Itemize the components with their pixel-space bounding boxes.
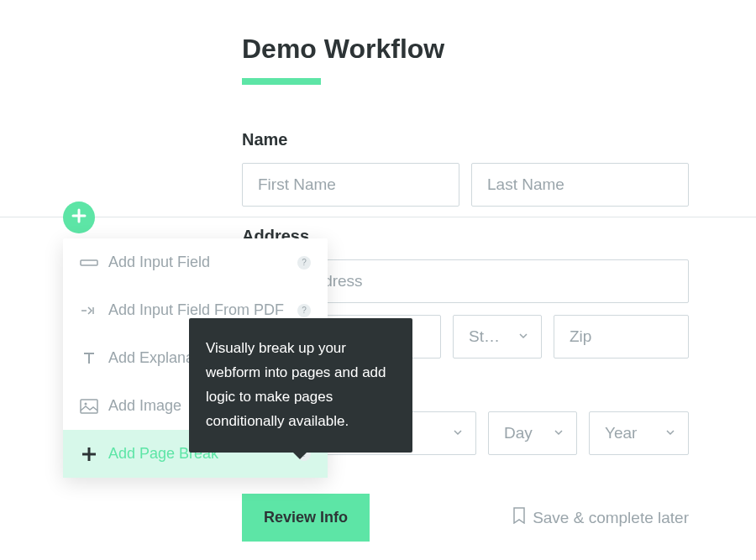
image-icon bbox=[80, 399, 98, 414]
divider-line bbox=[0, 217, 756, 217]
zip-input[interactable] bbox=[554, 315, 689, 359]
state-select[interactable]: St… bbox=[453, 315, 542, 359]
first-name-input[interactable] bbox=[242, 163, 459, 207]
add-element-button[interactable] bbox=[63, 201, 95, 233]
text-icon bbox=[80, 351, 98, 366]
state-placeholder: St… bbox=[469, 327, 500, 346]
year-select[interactable]: Year bbox=[589, 411, 689, 455]
svg-point-2 bbox=[85, 402, 87, 405]
title-underline bbox=[242, 78, 321, 85]
menu-item-label: Add Input Field From PDF bbox=[108, 301, 287, 319]
menu-item-add-input-field[interactable]: Add Input Field ? bbox=[63, 238, 328, 286]
plus-icon bbox=[80, 446, 98, 463]
save-later-label: Save & complete later bbox=[533, 509, 689, 527]
input-field-icon bbox=[80, 257, 98, 269]
plus-icon bbox=[71, 207, 87, 228]
chevron-down-icon bbox=[664, 424, 676, 442]
svg-rect-1 bbox=[81, 400, 97, 413]
pdf-field-icon bbox=[80, 304, 98, 317]
last-name-input[interactable] bbox=[471, 163, 689, 207]
tooltip: Visually break up your webform into page… bbox=[189, 318, 412, 453]
menu-item-label: Add Input Field bbox=[108, 254, 287, 271]
day-select[interactable]: Day bbox=[488, 411, 577, 455]
svg-rect-0 bbox=[81, 260, 97, 265]
help-icon[interactable]: ? bbox=[297, 256, 311, 270]
page-title: Demo Workflow bbox=[242, 34, 689, 65]
chevron-down-icon bbox=[517, 327, 529, 346]
chevron-down-icon bbox=[452, 424, 464, 442]
review-info-button[interactable]: Review Info bbox=[242, 494, 370, 542]
name-label: Name bbox=[242, 130, 689, 149]
day-placeholder: Day bbox=[504, 424, 533, 442]
chevron-down-icon bbox=[553, 424, 564, 442]
help-icon[interactable]: ? bbox=[297, 304, 311, 317]
save-complete-later-link[interactable]: Save & complete later bbox=[512, 507, 689, 528]
year-placeholder: Year bbox=[605, 424, 637, 442]
bookmark-icon bbox=[512, 507, 526, 528]
